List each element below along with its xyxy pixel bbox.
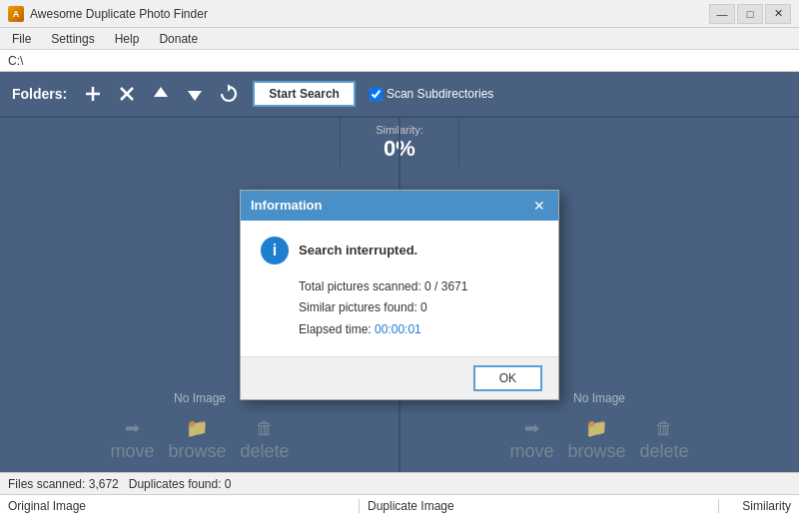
dialog-close-button[interactable]: ✕ [530,197,548,215]
elapsed-value: 00:00:01 [375,322,421,336]
left-panel-actions: ➡ move 📁 browse 🗑 delete [110,417,289,462]
svg-marker-6 [228,84,232,92]
move-up-button[interactable] [147,80,175,108]
similar-pictures-row: Similar pictures found: 0 [299,297,538,319]
right-delete-label: delete [640,441,689,462]
trash-icon-left: 🗑 [256,418,274,439]
column-headers: Original Image Duplicate Image Similarit… [0,494,799,516]
window-controls: — □ ✕ [709,4,791,24]
col-original-header: Original Image [0,499,360,513]
scan-subdirectories-text: Scan Subdirectories [387,87,493,101]
svg-marker-5 [188,91,202,101]
status-bar: Files scanned: 3,672 Duplicates found: 0 [0,472,799,494]
trash-icon-right: 🗑 [655,418,673,439]
address-bar: C:\ [0,50,799,72]
col-duplicate-header: Duplicate Image [360,499,719,513]
files-scanned: Files scanned: 3,672 [8,477,119,491]
information-dialog: Information ✕ i Search interrupted. Tota… [240,190,559,401]
current-path: C:\ [8,54,23,68]
right-move-label: move [509,441,553,462]
move-right-icon-right: ➡ [524,417,539,439]
folder-icon-right: 📁 [585,417,607,439]
dialog-details: Total pictures scanned: 0 / 3671 Similar… [299,276,538,341]
x-icon [117,84,137,104]
arrow-down-icon [185,84,205,104]
dialog-title: Information [251,198,323,213]
scan-subdirectories-checkbox[interactable] [370,88,383,101]
minimize-button[interactable]: — [709,4,735,24]
plus-icon [83,84,103,104]
folders-toolbar: Folders: Start Search Scan Subdirectorie… [0,72,799,118]
right-delete-button[interactable]: 🗑 delete [640,418,689,462]
left-no-image: No Image [174,391,226,405]
left-browse-label: browse [168,441,226,462]
main-area: Similarity: 0% No Image ➡ move 📁 browse … [0,118,799,472]
start-search-button[interactable]: Start Search [253,81,356,107]
dialog-title-bar: Information ✕ [241,191,558,221]
right-panel-actions: ➡ move 📁 browse 🗑 delete [509,417,688,462]
elapsed-time-row: Elapsed time: 00:00:01 [299,319,538,341]
right-browse-button[interactable]: 📁 browse [567,417,625,462]
left-delete-label: delete [241,441,290,462]
left-browse-button[interactable]: 📁 browse [168,417,226,462]
folders-label: Folders: [12,86,67,102]
dialog-body: i Search interrupted. Total pictures sca… [241,221,558,357]
move-down-button[interactable] [181,80,209,108]
right-browse-label: browse [567,441,625,462]
maximize-button[interactable]: □ [737,4,763,24]
right-move-button[interactable]: ➡ move [509,417,553,462]
menu-help[interactable]: Help [107,30,148,48]
menu-bar: File Settings Help Donate [0,28,799,50]
left-delete-button[interactable]: 🗑 delete [241,418,290,462]
duplicates-found: Duplicates found: 0 [129,477,232,491]
ok-button[interactable]: OK [473,365,542,391]
similar-pictures-value: 0 [420,300,427,314]
left-move-button[interactable]: ➡ move [110,417,154,462]
dialog-header-row: i Search interrupted. [261,237,538,265]
app-icon: A [8,6,24,22]
dialog-main-text: Search interrupted. [299,243,417,258]
total-pictures-value: 0 / 3671 [424,279,467,293]
menu-file[interactable]: File [4,30,39,48]
move-right-icon: ➡ [125,417,140,439]
similar-pictures-label: Similar pictures found: [299,300,417,314]
dialog-footer: OK [241,356,558,399]
right-no-image: No Image [573,391,625,405]
left-move-label: move [110,441,154,462]
scan-subdirectories-label[interactable]: Scan Subdirectories [370,87,493,101]
add-folder-button[interactable] [79,80,107,108]
info-icon: i [261,237,289,265]
title-bar: A Awesome Duplicate Photo Finder — □ ✕ [0,0,799,28]
elapsed-label: Elapsed time: [299,322,372,336]
remove-folder-button[interactable] [113,80,141,108]
refresh-button[interactable] [215,80,243,108]
total-pictures-label: Total pictures scanned: [299,279,421,293]
total-pictures-row: Total pictures scanned: 0 / 3671 [299,276,538,298]
arrow-up-icon [151,84,171,104]
app-title: Awesome Duplicate Photo Finder [30,7,208,21]
refresh-icon [219,84,239,104]
col-similarity-header: Similarity [719,499,799,513]
close-button[interactable]: ✕ [765,4,791,24]
folder-icon-left: 📁 [186,417,208,439]
menu-donate[interactable]: Donate [151,30,206,48]
menu-settings[interactable]: Settings [43,30,102,48]
svg-marker-4 [154,87,168,97]
